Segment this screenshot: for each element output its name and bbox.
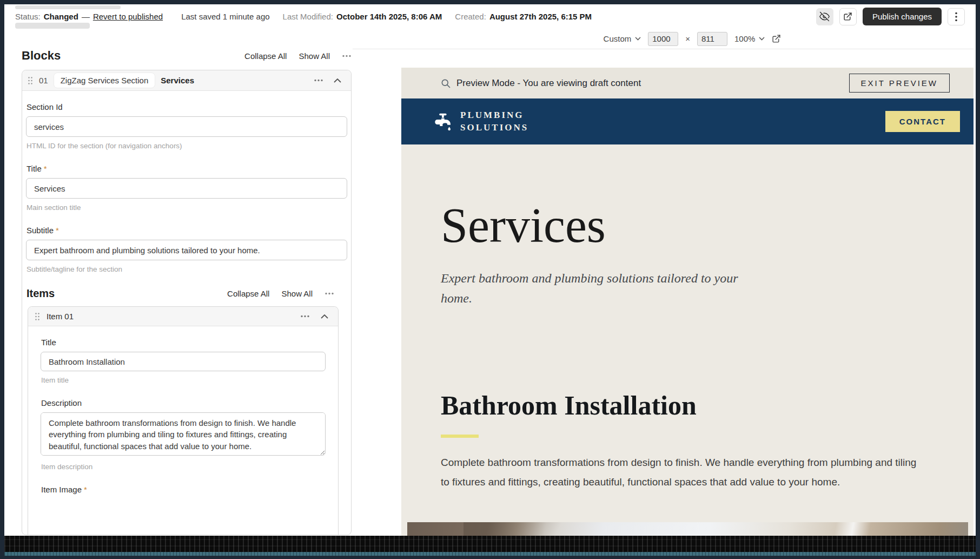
- title-label: Title*: [27, 164, 347, 173]
- item-title-label: Title: [41, 338, 326, 347]
- block-index: 01: [39, 76, 48, 85]
- faucet-logo-icon: [434, 112, 453, 131]
- service-title: Bathroom Installation: [441, 391, 974, 420]
- item-title-help: Item title: [41, 376, 326, 384]
- top-status-bar: Status: Changed — Revert to published La…: [4, 4, 976, 29]
- items-show-all-link[interactable]: Show All: [281, 289, 313, 298]
- accent-underline: [441, 435, 479, 438]
- block-card-body: Section Id HTML ID for the section (for …: [22, 91, 351, 535]
- preview-width-input[interactable]: [648, 32, 678, 46]
- chevron-down-icon: [759, 37, 765, 41]
- decoration: [15, 5, 121, 9]
- status-label: Status:: [15, 12, 41, 21]
- preview-viewport: Preview Mode - You are viewing draft con…: [401, 68, 974, 536]
- bottom-status-strip: [4, 536, 976, 552]
- more-options-icon[interactable]: [342, 55, 352, 57]
- last-modified-label: Last Modified:: [283, 12, 333, 21]
- preview-content: Services Expert bathroom and plumbing so…: [401, 144, 974, 492]
- subtitle-label: Subtitle*: [27, 226, 347, 235]
- item-card-body: Title Item title Description Complete ba…: [28, 326, 338, 494]
- external-link-icon: [843, 12, 852, 21]
- site-logo[interactable]: PLUMBING SOLUTIONS: [434, 109, 528, 134]
- collapse-all-link[interactable]: Collapse All: [244, 51, 287, 61]
- kebab-menu-icon: [955, 12, 957, 22]
- blocks-panel-actions: Collapse All Show All: [244, 51, 352, 61]
- subtitle-help: Subtitle/tagline for the section: [27, 265, 347, 273]
- publish-changes-button[interactable]: Publish changes: [863, 8, 942, 25]
- open-in-new-tab-button[interactable]: [839, 8, 857, 25]
- required-mark: *: [84, 485, 87, 494]
- created-label: Created:: [455, 12, 486, 21]
- required-mark: *: [56, 226, 59, 235]
- drag-handle-icon[interactable]: [28, 76, 33, 85]
- items-title: Items: [27, 287, 55, 300]
- service-description: Complete bathroom transformations from d…: [441, 453, 919, 492]
- decoration: [15, 23, 90, 29]
- cms-editor: Status: Changed — Revert to published La…: [4, 4, 976, 536]
- block-card-header[interactable]: 01 ZigZag Services Section Services: [22, 70, 351, 91]
- blocks-panel: Blocks Collapse All Show All 01 ZigZag S…: [22, 49, 352, 536]
- brand-line-1: PLUMBING: [460, 109, 528, 122]
- bathroom-photo: [407, 522, 968, 536]
- magnifier-icon: [440, 78, 451, 89]
- item-title-input[interactable]: [41, 352, 326, 371]
- item-description-field: Description Complete bathroom transforma…: [41, 398, 326, 471]
- item-description-help: Item description: [41, 463, 326, 471]
- revert-to-published-link[interactable]: Revert to published: [93, 12, 163, 21]
- contact-button[interactable]: CONTACT: [885, 111, 960, 132]
- subtitle-input[interactable]: [26, 240, 347, 260]
- exit-preview-button[interactable]: EXIT PREVIEW: [849, 74, 950, 93]
- title-help: Main section title: [27, 203, 347, 212]
- item-image-label: Item Image*: [41, 485, 326, 494]
- title-field: Title* Main section title: [26, 164, 347, 212]
- section-id-input[interactable]: [26, 116, 347, 137]
- more-options-icon[interactable]: [325, 292, 334, 295]
- section-id-help: HTML ID for the section (for navigation …: [27, 142, 347, 150]
- dimension-separator: ×: [685, 34, 690, 43]
- status-group: Status: Changed — Revert to published: [15, 12, 163, 21]
- hide-preview-button[interactable]: [816, 8, 833, 25]
- item-card-header[interactable]: Item 01: [28, 307, 338, 326]
- block-type-chip[interactable]: ZigZag Services Section: [54, 73, 155, 88]
- last-saved-text: Last saved 1 minute ago: [181, 12, 269, 21]
- external-link-icon: [772, 34, 781, 43]
- block-menu-button[interactable]: [312, 77, 326, 84]
- show-all-link[interactable]: Show All: [299, 51, 330, 61]
- device-preset-select[interactable]: Custom: [604, 34, 641, 43]
- created-group: Created: August 27th 2025, 6:15 PM: [455, 12, 592, 21]
- item-menu-button[interactable]: [298, 313, 312, 320]
- items-actions: Collapse All Show All: [227, 289, 334, 298]
- item-collapse-button[interactable]: [319, 312, 330, 321]
- open-preview-external-button[interactable]: [772, 34, 781, 43]
- created-value: August 27th 2025, 6:15 PM: [489, 12, 592, 21]
- zoom-value: 100%: [734, 34, 755, 43]
- items-collapse-all-link[interactable]: Collapse All: [227, 289, 269, 298]
- app-window: Status: Changed — Revert to published La…: [0, 0, 980, 559]
- blocks-panel-header: Blocks Collapse All Show All: [22, 49, 352, 63]
- item-description-textarea[interactable]: Complete bathroom transformations from d…: [41, 412, 326, 456]
- zoom-select[interactable]: 100%: [734, 34, 765, 43]
- preview-mode-bar: Preview Mode - You are viewing draft con…: [401, 68, 974, 98]
- hero-title: Services: [441, 199, 974, 252]
- eye-off-icon: [819, 11, 830, 22]
- title-input[interactable]: [26, 178, 347, 199]
- more-menu-button[interactable]: [948, 8, 965, 25]
- required-mark: *: [44, 164, 47, 173]
- block-name: Services: [161, 76, 194, 85]
- chevron-down-icon: [635, 37, 641, 41]
- drag-handle-icon[interactable]: [35, 312, 40, 321]
- last-modified-group: Last Modified: October 14th 2025, 8:06 A…: [283, 12, 442, 21]
- status-dash: —: [82, 12, 90, 21]
- device-preset-value: Custom: [604, 34, 632, 43]
- top-actions: Publish changes: [816, 8, 965, 25]
- last-modified-value: October 14th 2025, 8:06 AM: [336, 12, 442, 21]
- block-collapse-button[interactable]: [332, 76, 343, 85]
- blocks-title: Blocks: [22, 49, 61, 63]
- items-section-header: Items Collapse All Show All: [27, 287, 334, 300]
- brand-line-2: SOLUTIONS: [460, 122, 528, 134]
- section-id-field: Section Id HTML ID for the section (for …: [26, 102, 347, 150]
- item-header-label: Item 01: [47, 312, 74, 321]
- hero-subtitle: Expert bathroom and plumbing solutions t…: [441, 268, 754, 308]
- preview-height-input[interactable]: [697, 32, 727, 46]
- item-image-field: Item Image*: [41, 485, 326, 494]
